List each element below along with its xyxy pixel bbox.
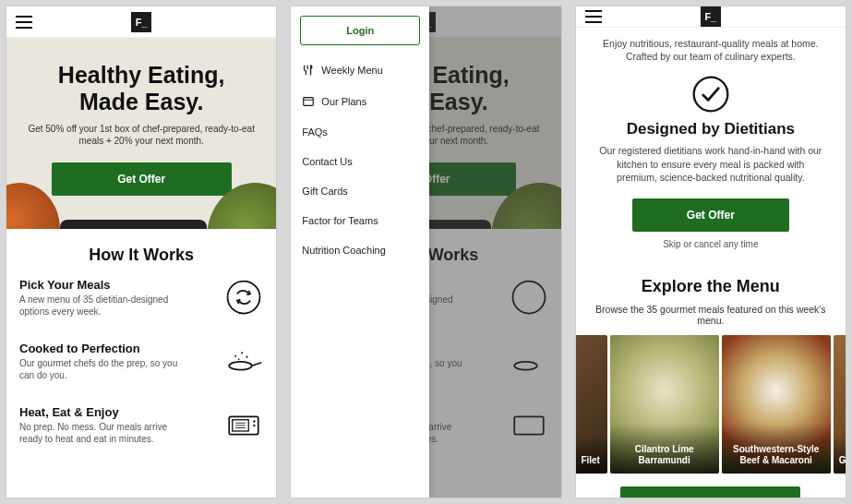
step-heat-eat: Heat, Eat & Enjoy No prep. No mess. Our … (19, 405, 263, 445)
drawer-item-label: Our Plans (321, 96, 366, 107)
drawer-item-nutrition-coaching[interactable]: Nutrition Coaching (300, 235, 420, 265)
menu-card-caption: Cilantro Lime Barramundi (610, 424, 719, 474)
drawer-item-gift-cards[interactable]: Gift Cards (300, 176, 420, 206)
hero: Healthy Eating, Made Easy. Get 50% off y… (6, 38, 276, 229)
svg-point-10 (253, 424, 255, 426)
how-it-works-heading: How It Works (19, 246, 263, 265)
pan-icon (224, 342, 263, 380)
brand-logo: F_ (701, 6, 721, 27)
screen-explore-menu: F_ Enjoy nutritious, restaurant-quality … (575, 6, 846, 498)
menu-card-caption: Grou (834, 435, 846, 474)
hero-title-line2: Made Easy. (79, 89, 203, 114)
drawer-item-label: FAQs (302, 126, 328, 138)
menu-card[interactable]: Southwestern-Style Beef & Macaroni (722, 335, 831, 474)
dietitian-lead: Enjoy nutritious, restaurant-quality mea… (596, 37, 825, 63)
screen-drawer-open: F_ Healthy Eating, Made Easy. Get 50% of… (290, 6, 561, 498)
login-button[interactable]: Login (300, 16, 420, 45)
drawer-item-faqs[interactable]: FAQs (300, 117, 420, 147)
menu-card[interactable]: Grou (834, 335, 846, 474)
plate-swap-icon (224, 278, 263, 317)
menu-card[interactable]: Cilantro Lime Barramundi (610, 335, 719, 474)
hamburger-icon[interactable] (16, 16, 32, 29)
drawer-item-label: Weekly Menu (321, 65, 382, 76)
hero-title: Healthy Eating, Made Easy. (19, 62, 263, 115)
svg-point-19 (693, 78, 727, 112)
step-title: Cooked to Perfection (19, 342, 186, 355)
menu-heading: Explore the Menu (583, 277, 838, 296)
menu-subheading: Browse the 35 gourmet meals featured on … (583, 304, 838, 326)
hamburger-icon[interactable] (585, 10, 602, 23)
svg-point-9 (253, 420, 255, 422)
step-cooked: Cooked to Perfection Our gourmet chefs d… (19, 342, 263, 381)
step-title: Heat, Eat & Enjoy (19, 405, 186, 419)
step-pick-meals: Pick Your Meals A new menu of 35 dietiti… (19, 278, 263, 318)
menu-carousel[interactable]: Filet Cilantro Lime Barramundi Southwest… (575, 335, 846, 474)
skip-cancel-note: Skip or cancel any time (596, 239, 825, 249)
step-body: No prep. No mess. Our meals arrive ready… (19, 421, 186, 445)
brand-logo: F_ (131, 12, 151, 32)
microwave-icon (224, 405, 263, 444)
drawer-item-label: Gift Cards (302, 186, 348, 197)
how-it-works: How It Works Pick Your Meals A new menu … (6, 229, 276, 476)
drawer-item-contact-us[interactable]: Contact Us (300, 147, 420, 176)
app-header: F_ (6, 6, 276, 38)
hero-title-line1: Healthy Eating, (58, 62, 225, 88)
drawer-item-factor-teams[interactable]: Factor for Teams (300, 206, 420, 235)
checkmark-icon (690, 74, 731, 114)
svg-rect-17 (304, 98, 314, 106)
explore-menu-section: Explore the Menu Browse the 35 gourmet m… (576, 260, 846, 498)
drawer-item-label: Factor for Teams (302, 215, 378, 226)
svg-point-1 (230, 361, 253, 369)
dietitian-body: Our registered dietitians work hand-in-h… (596, 144, 825, 184)
view-full-menu-button[interactable]: View Full Menu (620, 486, 800, 498)
get-offer-button[interactable]: Get Offer (632, 198, 789, 232)
step-title: Pick Your Meals (19, 278, 186, 292)
menu-card[interactable]: Filet (575, 335, 607, 474)
dietitian-section: Enjoy nutritious, restaurant-quality mea… (576, 28, 846, 260)
svg-point-0 (228, 281, 260, 313)
screen-landing: F_ Healthy Eating, Made Easy. Get 50% of… (6, 6, 277, 498)
step-body: A new menu of 35 dietitian-designed opti… (19, 294, 186, 318)
menu-card-caption: Filet (575, 435, 607, 474)
drawer-item-weekly-menu[interactable]: Weekly Menu (300, 54, 420, 86)
dietitian-heading: Designed by Dietitians (596, 120, 825, 138)
svg-point-6 (238, 358, 240, 360)
nav-drawer: Login Weekly Menu Our Plans FAQs Contact… (291, 6, 429, 498)
svg-point-3 (235, 354, 237, 356)
drawer-item-label: Nutrition Coaching (302, 245, 386, 256)
svg-point-5 (246, 355, 248, 357)
drawer-item-label: Contact Us (302, 156, 352, 167)
svg-line-2 (252, 362, 262, 366)
drawer-item-our-plans[interactable]: Our Plans (300, 86, 420, 117)
hero-food-imagery (6, 183, 276, 229)
app-header: F_ (576, 6, 846, 28)
svg-point-4 (242, 352, 244, 354)
hero-subtitle: Get 50% off your 1st box of chef-prepare… (19, 123, 263, 148)
plans-icon (302, 95, 315, 108)
menu-fork-icon (302, 64, 315, 77)
step-body: Our gourmet chefs do the prep, so you ca… (19, 357, 186, 381)
menu-card-caption: Southwestern-Style Beef & Macaroni (722, 424, 831, 474)
